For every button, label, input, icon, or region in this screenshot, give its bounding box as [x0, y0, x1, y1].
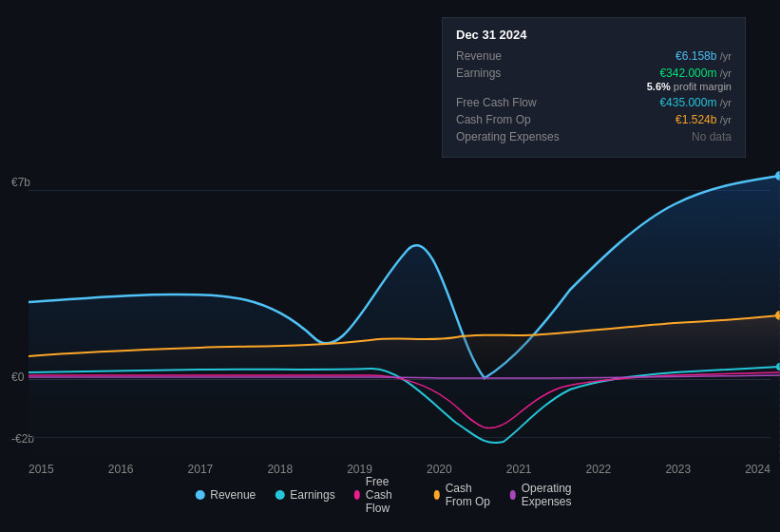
x-label-2023: 2023 [665, 463, 691, 476]
tooltip-label-earnings: Earnings [456, 66, 570, 80]
legend-item-earnings[interactable]: Earnings [275, 488, 334, 502]
x-label-2016: 2016 [108, 463, 134, 476]
legend-label-earnings: Earnings [290, 488, 334, 502]
x-label-2022: 2022 [586, 463, 612, 476]
tooltip-label-opex: Operating Expenses [456, 130, 570, 143]
tooltip-value-revenue: €6.158b /yr [675, 49, 732, 63]
tooltip-value-cashfromop: €1.524b /yr [675, 113, 732, 126]
revenue-fill [29, 176, 780, 461]
x-labels: 2015 2016 2017 2018 2019 2020 2021 2022 … [29, 463, 770, 476]
legend-label-opex: Operating Expenses [522, 482, 585, 508]
chart-svg [29, 171, 780, 461]
legend-label-fcf: Free Cash Flow [366, 475, 415, 515]
legend-item-fcf[interactable]: Free Cash Flow [354, 475, 415, 515]
x-label-2015: 2015 [29, 463, 54, 476]
tooltip-row-cashfromop: Cash From Op €1.524b /yr [456, 113, 732, 126]
tooltip-card: Dec 31 2024 Revenue €6.158b /yr Earnings… [442, 17, 746, 158]
tooltip-label-fcf: Free Cash Flow [456, 96, 570, 109]
x-label-2017: 2017 [188, 463, 214, 476]
tooltip-value-fcf: €435.000m /yr [659, 96, 732, 109]
tooltip-row-earnings: Earnings €342.000m /yr 5.6% profit margi… [456, 66, 732, 92]
legend-item-cashfromop[interactable]: Cash From Op [434, 482, 491, 508]
x-label-2021: 2021 [506, 463, 532, 476]
legend-label-revenue: Revenue [210, 488, 256, 502]
profit-margin: 5.6% profit margin [647, 81, 732, 92]
legend-label-cashfromop: Cash From Op [446, 482, 491, 508]
x-label-2019: 2019 [347, 463, 372, 476]
tooltip-value-earnings: €342.000m /yr 5.6% profit margin [647, 66, 732, 92]
legend-dot-cashfromop [434, 490, 440, 500]
x-label-2024: 2024 [745, 463, 770, 476]
tooltip-label-revenue: Revenue [456, 49, 570, 63]
tooltip-row-revenue: Revenue €6.158b /yr [456, 49, 732, 63]
x-label-2018: 2018 [267, 463, 293, 476]
legend-item-revenue[interactable]: Revenue [195, 488, 256, 502]
tooltip-row-fcf: Free Cash Flow €435.000m /yr [456, 96, 732, 109]
tooltip-row-opex: Operating Expenses No data [456, 130, 732, 143]
y-label-0: €0 [11, 370, 24, 384]
x-label-2020: 2020 [427, 463, 452, 476]
legend-dot-earnings [275, 490, 284, 500]
legend-dot-revenue [195, 490, 204, 500]
tooltip-label-cashfromop: Cash From Op [456, 113, 570, 126]
legend-dot-opex [510, 490, 516, 500]
chart-legend: Revenue Earnings Free Cash Flow Cash Fro… [195, 475, 585, 515]
legend-dot-fcf [354, 490, 360, 500]
tooltip-date: Dec 31 2024 [456, 28, 732, 42]
tooltip-value-opex: No data [692, 130, 732, 143]
legend-item-opex[interactable]: Operating Expenses [510, 482, 585, 508]
